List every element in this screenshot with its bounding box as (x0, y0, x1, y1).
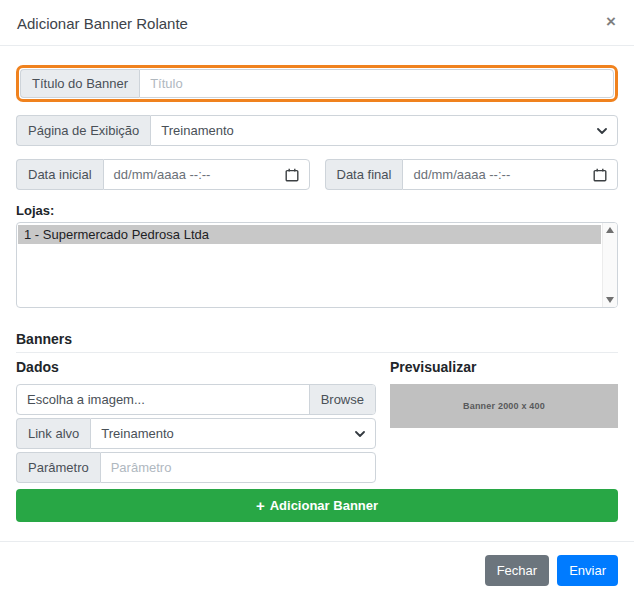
banner-preview-text: Banner 2000 x 400 (463, 401, 545, 411)
pagina-exibicao-value: Treinamento (161, 123, 234, 138)
parametro-label: Parâmetro (16, 452, 100, 483)
parametro-input[interactable] (111, 453, 365, 482)
fechar-button[interactable]: Fechar (485, 555, 549, 586)
dados-column: Dados Escolha a imagem... Browse Link al… (16, 359, 376, 483)
plus-icon: + (256, 498, 265, 513)
parametro-group: Parâmetro (16, 452, 376, 483)
browse-button[interactable]: Browse (309, 385, 375, 414)
scroll-down-icon[interactable] (606, 297, 614, 303)
lojas-options: 1 - Supermercado Pedrosa Ltda (17, 223, 602, 307)
link-alvo-label: Link alvo (16, 418, 90, 449)
titulo-banner-group: Título do Banner (16, 65, 618, 102)
data-final-label: Data final (325, 159, 403, 190)
dados-heading: Dados (16, 359, 376, 375)
add-banner-button[interactable]: + Adicionar Banner (16, 489, 618, 522)
data-final-group: Data final dd/mm/aaaa --:-- (325, 159, 619, 190)
list-item[interactable]: 1 - Supermercado Pedrosa Ltda (18, 225, 601, 244)
titulo-banner-label: Título do Banner (20, 69, 139, 98)
data-inicial-placeholder: dd/mm/aaaa --:-- (114, 167, 211, 182)
imagem-file-text: Escolha a imagem... (17, 385, 309, 414)
link-alvo-value: Treinamento (101, 426, 174, 441)
data-inicial-label: Data inicial (16, 159, 103, 190)
previsualizar-heading: Previsualizar (390, 359, 618, 375)
dates-row: Data inicial dd/mm/aaaa --:-- Data final… (16, 159, 618, 190)
link-alvo-select[interactable]: Treinamento (90, 418, 376, 449)
pagina-exibicao-select[interactable]: Treinamento (150, 115, 618, 146)
calendar-icon[interactable] (285, 168, 299, 182)
banners-heading: Banners (16, 331, 618, 353)
chevron-down-icon (355, 431, 365, 437)
close-icon[interactable]: × (604, 15, 618, 29)
banners-columns: Dados Escolha a imagem... Browse Link al… (16, 359, 618, 483)
link-alvo-group: Link alvo Treinamento (16, 418, 376, 449)
data-final-placeholder: dd/mm/aaaa --:-- (413, 167, 510, 182)
add-banner-button-label: Adicionar Banner (270, 498, 378, 513)
lojas-scrollbar[interactable] (602, 223, 617, 307)
enviar-button[interactable]: Enviar (557, 555, 618, 586)
scroll-up-icon[interactable] (606, 227, 614, 233)
imagem-file-input[interactable]: Escolha a imagem... Browse (16, 384, 376, 415)
previsualizar-column: Previsualizar Banner 2000 x 400 (390, 359, 618, 483)
modal-body: Título do Banner Página de Exibição Trei… (0, 46, 634, 541)
pagina-exibicao-group: Página de Exibição Treinamento (16, 115, 618, 146)
calendar-icon[interactable] (593, 168, 607, 182)
data-final-input[interactable]: dd/mm/aaaa --:-- (402, 159, 618, 190)
modal-header: Adicionar Banner Rolante × (0, 0, 634, 46)
pagina-exibicao-label: Página de Exibição (16, 115, 150, 146)
data-inicial-group: Data inicial dd/mm/aaaa --:-- (16, 159, 310, 190)
modal-footer: Fechar Enviar (0, 541, 634, 599)
lojas-listbox[interactable]: 1 - Supermercado Pedrosa Ltda (16, 222, 618, 308)
modal-title: Adicionar Banner Rolante (17, 15, 188, 32)
chevron-down-icon (597, 128, 607, 134)
lojas-label: Lojas: (16, 203, 618, 218)
add-banner-modal: Adicionar Banner Rolante × Título do Ban… (0, 0, 634, 599)
titulo-banner-input[interactable] (150, 70, 603, 97)
data-inicial-input[interactable]: dd/mm/aaaa --:-- (103, 159, 310, 190)
banner-preview-image: Banner 2000 x 400 (390, 384, 618, 428)
